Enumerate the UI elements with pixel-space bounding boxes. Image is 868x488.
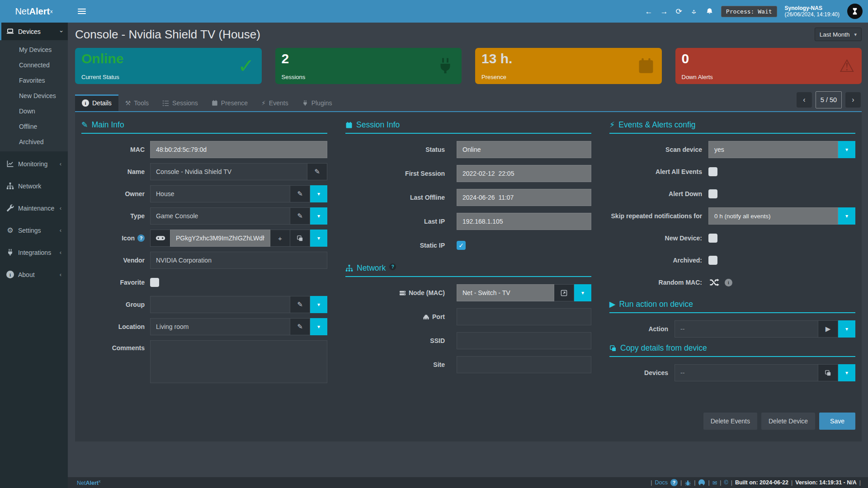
alert-down-row: Alert Down — [609, 185, 855, 202]
tab-events[interactable]: ⚡ Events — [255, 95, 295, 111]
group-field[interactable] — [150, 296, 290, 313]
type-dropdown-button[interactable]: ▾ — [310, 207, 327, 225]
node-mac-field[interactable] — [457, 284, 554, 301]
copy-icon-button[interactable] — [290, 230, 310, 247]
owner-dropdown-button[interactable]: ▾ — [310, 185, 327, 202]
location-dropdown-button[interactable]: ▾ — [310, 318, 327, 335]
skip-notifications-dropdown-button[interactable]: ▾ — [838, 207, 855, 225]
tab-presence[interactable]: Presence — [205, 95, 255, 111]
favorite-checkbox[interactable] — [150, 278, 159, 287]
edit-owner-button[interactable]: ✎ — [290, 185, 310, 202]
down-alerts-card[interactable]: 0 Down Alerts ⚠ — [675, 48, 862, 84]
edit-location-button[interactable]: ✎ — [290, 318, 310, 335]
sidebar-item-network[interactable]: Network — [0, 177, 68, 195]
copy-from-device-button[interactable] — [818, 364, 838, 381]
sidebar-item-maintenance[interactable]: Maintenance ‹ — [0, 199, 68, 217]
name-field[interactable] — [150, 163, 307, 180]
sidebar-item-my-devices[interactable]: My Devices — [0, 42, 68, 57]
open-node-button[interactable] — [554, 284, 574, 301]
bug-report-icon[interactable] — [684, 479, 691, 486]
info-badge-icon[interactable]: i — [725, 279, 732, 286]
next-device-button[interactable]: › — [845, 92, 861, 108]
docs-link[interactable]: Docs — [655, 479, 668, 486]
current-status-card[interactable]: Online Current Status ✓ — [75, 48, 262, 84]
ssid-field[interactable] — [457, 332, 591, 349]
time-range-select[interactable]: Last Month ▾ — [815, 28, 862, 41]
location-field[interactable] — [150, 318, 290, 335]
site-field[interactable] — [457, 356, 591, 373]
delete-device-button[interactable]: Delete Device — [761, 413, 815, 430]
host-name: Synology-NAS — [785, 5, 822, 11]
nav-forward-icon[interactable]: → — [660, 8, 668, 15]
edit-type-button[interactable]: ✎ — [290, 207, 310, 225]
tab-details[interactable]: i Details — [75, 94, 118, 111]
host-time: (26/06/2024, 14:19:40) — [785, 11, 840, 18]
alert-down-checkbox[interactable] — [708, 189, 717, 198]
prev-device-button[interactable]: ‹ — [797, 92, 812, 108]
archived-checkbox[interactable] — [708, 256, 717, 265]
github-icon[interactable] — [698, 479, 705, 486]
action-select[interactable]: -- — [675, 320, 818, 338]
copyright-icon[interactable]: © — [724, 479, 728, 486]
sidebar-item-down[interactable]: Down — [0, 103, 68, 119]
sidebar-item-devices[interactable]: Devices ‹ — [0, 23, 68, 40]
question-circle-icon[interactable]: ? — [670, 479, 678, 486]
random-mac-label: Random MAC: — [609, 279, 702, 286]
comments-field[interactable] — [150, 340, 327, 383]
bell-icon[interactable] — [706, 8, 713, 15]
scan-device-dropdown-button[interactable]: ▾ — [838, 141, 855, 158]
sidebar-item-about[interactable]: i About ‹ — [0, 266, 68, 283]
node-dropdown-button[interactable]: ▾ — [574, 284, 591, 301]
action-row: Action -- ▶ ▾ — [609, 320, 855, 338]
envelope-icon[interactable]: ✉ — [712, 479, 717, 486]
brand-logo[interactable]: NetAlertx — [0, 0, 68, 23]
tab-sessions[interactable]: Sessions — [156, 95, 205, 111]
sidebar-item-archived[interactable]: Archived — [0, 134, 68, 150]
tab-label: Events — [269, 99, 288, 107]
edit-name-button[interactable]: ✎ — [307, 163, 327, 180]
new-device-checkbox[interactable] — [708, 234, 717, 243]
presence-card[interactable]: 13 h. Presence — [475, 48, 662, 84]
action-dropdown-button[interactable]: ▾ — [838, 320, 855, 338]
delete-events-button[interactable]: Delete Events — [703, 413, 757, 430]
nav-back-icon[interactable]: ← — [645, 8, 653, 15]
type-field[interactable] — [150, 207, 290, 225]
icon-base64-field[interactable] — [170, 230, 270, 247]
sidebar-toggle-icon[interactable] — [75, 6, 89, 17]
details-panel: ✎ Main Info MAC Name ✎ Owner ✎ ▾ — [75, 112, 862, 441]
sidebar-item-monitoring[interactable]: Monitoring ‹ — [0, 155, 68, 173]
scan-device-select[interactable]: yes — [708, 141, 838, 158]
devices-select[interactable]: -- — [675, 364, 818, 381]
run-action-button[interactable]: ▶ — [818, 320, 838, 338]
sidebar-item-favorites[interactable]: Favorites — [0, 73, 68, 88]
footer-brand[interactable]: NetAlertx — [77, 479, 100, 486]
chevron-down-icon: ▾ — [854, 32, 857, 38]
save-button[interactable]: Save — [819, 413, 855, 430]
sidebar-item-new-devices[interactable]: New Devices — [0, 88, 68, 103]
built-on-text: Built on: 2024-06-22 — [735, 479, 788, 486]
skip-notifications-select[interactable]: 0 h (notify all events) — [708, 207, 838, 225]
move-icon[interactable]: ↔↕ — [690, 7, 698, 15]
sidebar-item-connected[interactable]: Connected — [0, 57, 68, 73]
help-icon[interactable]: ? — [137, 235, 145, 242]
sidebar-item-offline[interactable]: Offline — [0, 119, 68, 134]
sidebar-item-integrations[interactable]: Integrations ‹ — [0, 244, 68, 261]
vendor-field[interactable] — [150, 252, 327, 269]
edit-group-button[interactable]: ✎ — [290, 296, 310, 313]
sidebar-item-settings[interactable]: ⚙ Settings ‹ — [0, 221, 68, 239]
alert-all-events-checkbox[interactable] — [708, 167, 717, 176]
sessions-card[interactable]: 2 Sessions — [275, 48, 462, 84]
tab-tools[interactable]: ⚒ Tools — [118, 95, 156, 111]
devices-dropdown-button[interactable]: ▾ — [838, 364, 855, 381]
port-field[interactable] — [457, 308, 591, 325]
avatar[interactable] — [847, 4, 863, 19]
tab-plugins[interactable]: Plugins — [295, 95, 339, 111]
group-dropdown-button[interactable]: ▾ — [310, 296, 327, 313]
icon-dropdown-button[interactable]: ▾ — [310, 230, 327, 247]
refresh-icon[interactable]: ⟳ — [676, 8, 682, 15]
add-icon-button[interactable]: + — [270, 230, 290, 247]
owner-field[interactable] — [150, 185, 290, 202]
network-header: Network ? — [345, 263, 591, 277]
static-ip-checkbox[interactable]: ✓ — [457, 241, 466, 250]
help-icon[interactable]: ? — [389, 263, 396, 270]
